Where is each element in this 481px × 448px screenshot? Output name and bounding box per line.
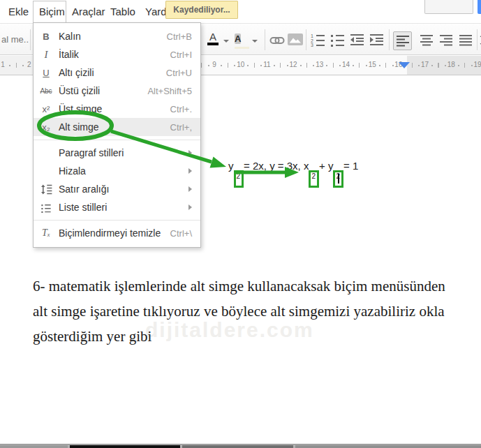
text-color-button[interactable]: A (207, 31, 219, 45)
ruler-tick (313, 65, 314, 66)
menu-item-label: Alt simge (59, 121, 170, 133)
ruler-tick (260, 65, 262, 66)
ruler-tick (22, 65, 24, 66)
equation-text: + y (319, 160, 333, 172)
paragraph-line: gösterdiğim yer gibi (33, 324, 459, 349)
decrease-indent-button[interactable] (350, 33, 364, 47)
menu-item-ust-simge[interactable]: x² Üst simge Ctrl+. (34, 100, 200, 118)
increase-indent-button[interactable] (369, 33, 384, 47)
bottom-edge-bar (0, 444, 481, 448)
ruler-tick (280, 63, 281, 68)
ruler-tick (300, 65, 302, 66)
paragraph-style-dropdown[interactable]: al me... (1, 34, 29, 45)
justify-button[interactable] (459, 34, 472, 46)
text-cursor (338, 174, 339, 184)
menu-item-alt-simge[interactable]: x₂ Alt simge Ctrl+, (34, 118, 200, 136)
menu-yardim[interactable]: Yard (145, 6, 167, 17)
highlight-dropdown-icon[interactable] (252, 40, 258, 43)
menu-item-label: Liste stilleri (59, 202, 188, 213)
insert-link-button[interactable] (269, 36, 285, 45)
share-button[interactable] (478, 0, 481, 14)
menu-item-shortcut: Ctrl+I (170, 50, 192, 60)
menu-araclar[interactable]: Araçlar (72, 6, 105, 17)
ruler-tick (379, 65, 380, 66)
ruler-tick (339, 65, 341, 66)
bottom-bar-segment (295, 445, 481, 448)
menu-tablo[interactable]: Tablo (110, 6, 135, 17)
insert-link-icon (269, 36, 285, 45)
line-spacing-icon (34, 184, 59, 195)
menu-bar: Ekle Araçlar Tablo Yard (0, 0, 481, 23)
highlight-color-button[interactable]: A (235, 31, 249, 49)
ruler-tick (9, 65, 10, 66)
menu-item-paragraf-stilleri[interactable]: Paragraf stilleri (34, 144, 200, 162)
list-styles-icon (34, 202, 59, 213)
bold-icon: B (34, 31, 59, 42)
justify-icon (459, 34, 472, 46)
ruler-tick (445, 65, 446, 66)
ruler-tick (464, 63, 465, 68)
saving-status-tooltip: Kaydediliyor... (165, 1, 238, 19)
numbered-list-button[interactable]: 123 (311, 33, 325, 47)
decrease-indent-icon (350, 33, 364, 47)
underline-icon: U (34, 68, 59, 78)
text-color-icon: A (207, 31, 219, 42)
ruler-number: 9 (209, 61, 219, 68)
comments-button[interactable] (424, 0, 473, 14)
ruler-number: 15 (367, 61, 377, 68)
menu-item-shortcut: Ctrl+U (166, 68, 192, 78)
toolbar-separator (265, 29, 265, 50)
google-docs-window: dijitaldere.com y2= 2x, y = 3x, x2+ y2= … (0, 0, 481, 448)
menu-item-satir-araligi[interactable]: Satır aralığı (34, 180, 200, 198)
ruler-tick (438, 63, 438, 68)
align-left-button[interactable] (393, 31, 412, 50)
equation-text: y (228, 160, 234, 172)
insert-image-button[interactable] (288, 33, 303, 46)
align-center-icon (420, 34, 433, 46)
menu-ekle[interactable]: Ekle (8, 6, 29, 17)
align-right-button[interactable] (440, 34, 452, 46)
menu-item-liste-stilleri[interactable]: Liste stilleri (34, 198, 200, 216)
superscript-icon: x² (34, 104, 59, 114)
menu-item-ustu-cizili[interactable]: Abc Üstü çizili Alt+Shift+5 (34, 82, 200, 100)
submenu-arrow-icon (188, 186, 192, 192)
menu-item-label: Hizala (59, 165, 188, 177)
tutorial-paragraph: 6- matematik işlemlerinde alt simge kull… (33, 274, 459, 349)
submenu-arrow-icon (188, 168, 192, 174)
right-indent-marker[interactable] (399, 62, 410, 68)
subscript-text: 2 (237, 172, 241, 180)
menu-item-label: Paragraf stilleri (59, 147, 188, 158)
menu-item-italik[interactable]: I İtalik Ctrl+I (34, 45, 200, 64)
ruler-number: 12 (288, 61, 298, 68)
menu-item-shortcut: Ctrl+B (167, 31, 192, 42)
highlight-color-icon: A (235, 33, 241, 44)
ruler-tick (201, 63, 202, 68)
menu-item-bicimlendirmeyi-temizle[interactable]: Tₓ Biçimlendirmeyi temizle Ctrl+\ (34, 224, 200, 242)
toolbar-separator (477, 29, 478, 50)
format-menu-panel: B Kalın Ctrl+B I İtalik Ctrl+I U Altı çi… (33, 22, 201, 248)
menu-separator (34, 220, 200, 221)
align-center-button[interactable] (420, 34, 433, 46)
menu-item-alti-cizili[interactable]: U Altı çizili Ctrl+U (34, 64, 200, 82)
menu-item-hizala[interactable]: Hizala (34, 162, 200, 180)
bulleted-list-button[interactable] (330, 33, 345, 47)
menu-bicim[interactable]: Biçim (39, 6, 65, 17)
ruler-number: 19 (473, 61, 481, 68)
ruler-tick (234, 65, 235, 66)
equation-line: y2= 2x, y = 3x, x2+ y2= 1 (228, 159, 358, 188)
menu-item-label: Kalın (59, 31, 167, 42)
highlight-color-bar (235, 47, 249, 49)
toolbar-separator (306, 29, 306, 50)
svg-text:3: 3 (311, 43, 313, 47)
menu-item-label: İtalik (59, 49, 170, 60)
subscript-highlight-box: 2 (234, 170, 244, 188)
ruler-tick (228, 63, 228, 68)
equation-text: = 1 (343, 160, 358, 172)
menu-item-kalin[interactable]: B Kalın Ctrl+B (34, 27, 200, 45)
ruler-tick (418, 65, 420, 66)
align-left-icon (397, 35, 409, 47)
ruler-number: 1 (0, 61, 8, 68)
ruler-tick (431, 65, 433, 66)
italic-icon: I (34, 49, 59, 61)
text-color-dropdown-icon[interactable] (223, 40, 229, 43)
